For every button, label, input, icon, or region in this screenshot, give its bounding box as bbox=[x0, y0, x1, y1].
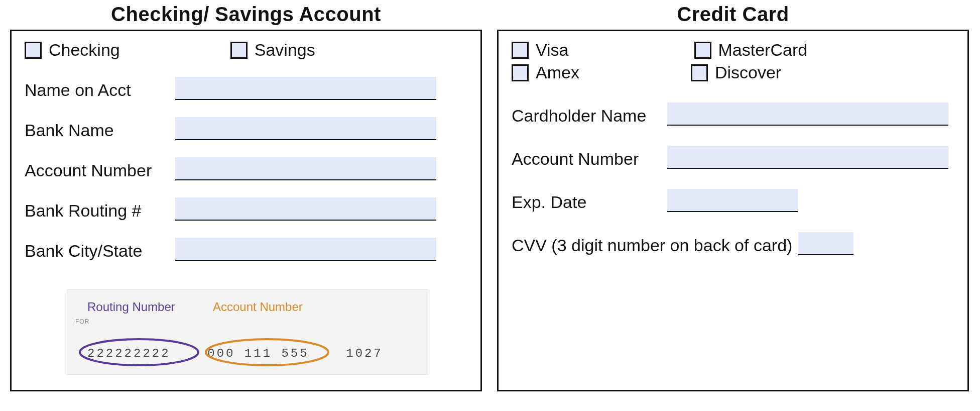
visa-label: Visa bbox=[536, 40, 569, 60]
checking-checkbox[interactable] bbox=[25, 42, 42, 59]
routing-ellipse-icon bbox=[76, 337, 202, 367]
savings-checkbox[interactable] bbox=[230, 42, 248, 59]
account-number-label: Account Number bbox=[25, 161, 175, 180]
cardholder-name-row: Cardholder Name bbox=[512, 102, 954, 126]
name-on-acct-input[interactable] bbox=[175, 77, 436, 100]
cvv-row: CVV (3 digit number on back of card) bbox=[512, 232, 954, 255]
amex-label: Amex bbox=[536, 63, 579, 82]
savings-label: Savings bbox=[255, 40, 315, 60]
bank-routing-row: Bank Routing # bbox=[25, 197, 467, 221]
payment-form-page: Checking/ Savings Account Checking Savin… bbox=[0, 0, 980, 411]
account-number-row: Account Number bbox=[25, 157, 467, 180]
credit-card-panel: Visa MasterCard Amex Discover Cardhol bbox=[497, 30, 969, 391]
cardholder-name-label: Cardholder Name bbox=[512, 106, 667, 126]
cvv-label: CVV (3 digit number on back of card) bbox=[512, 236, 792, 255]
bank-name-input[interactable] bbox=[175, 117, 436, 140]
name-on-acct-label: Name on Acct bbox=[25, 80, 175, 100]
check-for-label: FOR bbox=[75, 318, 89, 325]
account-number-caption: Account Number bbox=[213, 300, 303, 314]
svg-point-0 bbox=[80, 339, 198, 365]
account-type-row: Checking Savings bbox=[25, 40, 467, 60]
check-number-digits: 1027 bbox=[346, 347, 383, 360]
amex-checkbox[interactable] bbox=[512, 64, 529, 81]
mastercard-label: MasterCard bbox=[718, 40, 808, 60]
bank-routing-input[interactable] bbox=[175, 197, 436, 221]
card-type-row-2: Amex Discover bbox=[512, 63, 954, 82]
name-on-acct-row: Name on Acct bbox=[25, 77, 467, 100]
exp-date-label: Exp. Date bbox=[512, 192, 667, 212]
mastercard-checkbox[interactable] bbox=[694, 42, 711, 59]
cvv-input[interactable] bbox=[798, 232, 853, 255]
visa-option[interactable]: Visa bbox=[512, 40, 569, 60]
discover-option[interactable]: Discover bbox=[691, 63, 781, 82]
discover-label: Discover bbox=[715, 63, 781, 82]
mastercard-option[interactable]: MasterCard bbox=[694, 40, 808, 60]
checking-option[interactable]: Checking bbox=[25, 40, 120, 60]
card-type-row-1: Visa MasterCard bbox=[512, 40, 954, 60]
account-ellipse-icon bbox=[202, 337, 332, 367]
bank-routing-label: Bank Routing # bbox=[25, 201, 175, 221]
routing-number-caption: Routing Number bbox=[87, 300, 175, 314]
cardholder-name-input[interactable] bbox=[667, 102, 948, 126]
bank-name-row: Bank Name bbox=[25, 117, 467, 140]
exp-date-input[interactable] bbox=[667, 189, 798, 212]
checking-savings-column: Checking/ Savings Account Checking Savin… bbox=[10, 0, 482, 391]
credit-card-column: Credit Card Visa MasterCard Amex bbox=[497, 0, 969, 391]
sample-check-illustration: Routing Number Account Number FOR 222222… bbox=[67, 289, 428, 375]
bank-city-state-row: Bank City/State bbox=[25, 238, 467, 261]
card-account-number-label: Account Number bbox=[512, 149, 667, 169]
amex-option[interactable]: Amex bbox=[512, 63, 579, 82]
svg-point-1 bbox=[206, 339, 328, 365]
card-account-number-input[interactable] bbox=[667, 146, 948, 169]
bank-city-state-input[interactable] bbox=[175, 238, 436, 261]
checking-label: Checking bbox=[49, 40, 120, 60]
discover-checkbox[interactable] bbox=[691, 64, 708, 81]
savings-option[interactable]: Savings bbox=[230, 40, 315, 60]
checking-savings-title: Checking/ Savings Account bbox=[10, 3, 482, 26]
bank-city-state-label: Bank City/State bbox=[25, 241, 175, 261]
exp-date-row: Exp. Date bbox=[512, 189, 954, 212]
account-number-input[interactable] bbox=[175, 157, 436, 180]
bank-name-label: Bank Name bbox=[25, 121, 175, 140]
credit-card-title: Credit Card bbox=[497, 3, 969, 26]
checking-savings-panel: Checking Savings Name on Acct Bank Name … bbox=[10, 30, 482, 391]
card-account-number-row: Account Number bbox=[512, 146, 954, 169]
visa-checkbox[interactable] bbox=[512, 42, 529, 59]
